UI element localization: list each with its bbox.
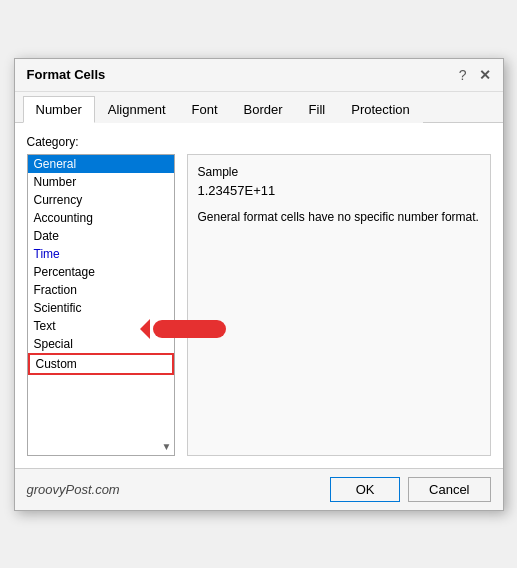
category-item-currency[interactable]: Currency (28, 191, 174, 209)
scroll-down-indicator: ▼ (161, 441, 173, 453)
help-button[interactable]: ? (459, 67, 467, 83)
category-list: General Number Currency Accounting Date … (28, 155, 174, 375)
tab-content: Category: General Number Currency Accoun… (15, 123, 503, 468)
cancel-button[interactable]: Cancel (408, 477, 490, 502)
close-button[interactable]: ✕ (479, 67, 491, 83)
category-item-special[interactable]: Special (28, 335, 174, 353)
sample-value: 1.23457E+11 (198, 183, 480, 198)
tab-border[interactable]: Border (231, 96, 296, 123)
category-item-percentage[interactable]: Percentage (28, 263, 174, 281)
sample-label: Sample (198, 165, 480, 179)
footer: groovyPost.com OK Cancel (15, 468, 503, 510)
tab-font[interactable]: Font (179, 96, 231, 123)
category-item-number[interactable]: Number (28, 173, 174, 191)
category-item-accounting[interactable]: Accounting (28, 209, 174, 227)
tab-number[interactable]: Number (23, 96, 95, 123)
ok-button[interactable]: OK (330, 477, 400, 502)
main-area: General Number Currency Accounting Date … (27, 154, 491, 456)
tab-fill[interactable]: Fill (296, 96, 339, 123)
tab-bar: Number Alignment Font Border Fill Protec… (15, 92, 503, 123)
category-item-scientific[interactable]: Scientific (28, 299, 174, 317)
description-text: General format cells have no specific nu… (198, 208, 480, 226)
brand-text: groovyPost.com (27, 482, 120, 497)
category-item-date[interactable]: Date (28, 227, 174, 245)
footer-buttons: OK Cancel (330, 477, 490, 502)
category-item-fraction[interactable]: Fraction (28, 281, 174, 299)
category-item-custom[interactable]: Custom (28, 353, 174, 375)
category-item-time[interactable]: Time (28, 245, 174, 263)
dialog-title: Format Cells (27, 67, 106, 82)
category-item-text[interactable]: Text (28, 317, 174, 335)
category-label: Category: (27, 135, 491, 149)
category-list-container: General Number Currency Accounting Date … (27, 154, 175, 456)
category-item-general[interactable]: General (28, 155, 174, 173)
title-bar-controls: ? ✕ (459, 67, 491, 83)
tab-alignment[interactable]: Alignment (95, 96, 179, 123)
format-cells-dialog: Format Cells ? ✕ Number Alignment Font B… (14, 58, 504, 511)
right-panel: Sample 1.23457E+11 General format cells … (187, 154, 491, 456)
category-section: General Number Currency Accounting Date … (27, 154, 175, 456)
title-bar: Format Cells ? ✕ (15, 59, 503, 92)
tab-protection[interactable]: Protection (338, 96, 423, 123)
